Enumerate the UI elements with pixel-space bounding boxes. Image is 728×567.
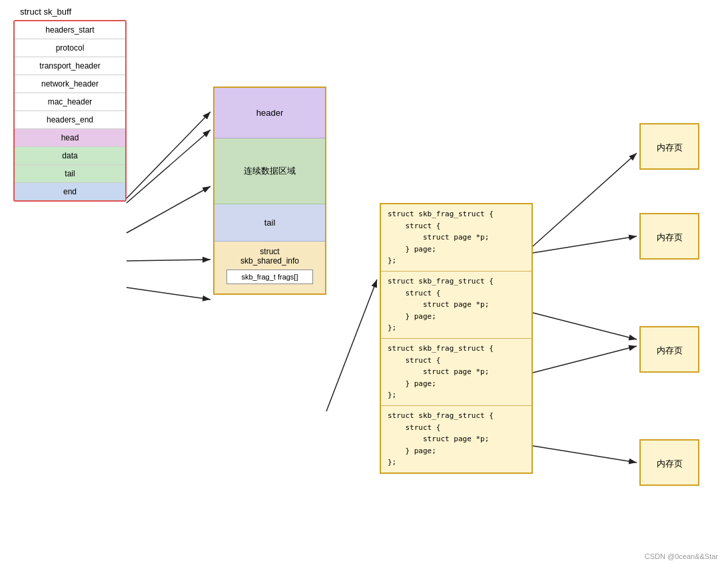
diagram-container: struct sk_buff headers_start protocol tr… [0,0,728,567]
sk-buff-row-headers-end: headers_end [15,111,125,129]
sk-buff-row-tail: tail [15,165,125,183]
cont-bottom-text: structskb_shared_info [220,247,320,266]
sk-buff-row-protocol: protocol [15,39,125,57]
svg-line-9 [533,346,637,373]
frag-struct-1: struct skb_frag_struct { struct { struct… [381,204,532,272]
sk-buff-row-headers-start: headers_start [15,21,125,39]
mem-page-3: 内存页 [639,326,699,373]
mem-page-2: 内存页 [639,213,699,260]
cont-middle: 连续数据区域 [214,138,325,204]
svg-line-4 [127,260,210,261]
cont-tail: tail [214,204,325,242]
frags-box: skb_frag_t frags[] [226,270,313,284]
continuous-block: header 连续数据区域 tail structskb_shared_info… [213,87,326,295]
svg-line-1 [127,112,210,198]
frag-struct-2: struct skb_frag_struct { struct { struct… [381,272,532,339]
svg-line-6 [326,280,377,411]
sk-buff-label: struct sk_buff [20,7,71,17]
svg-line-3 [127,186,210,233]
svg-line-11 [533,313,637,339]
sk-buff-row-network-header: network_header [15,75,125,93]
svg-line-5 [127,287,210,299]
sk-buff-row-data: data [15,147,125,165]
svg-line-10 [533,446,637,463]
frag-struct-3: struct skb_frag_struct { struct { struct… [381,339,532,406]
cont-bottom: structskb_shared_info skb_frag_t frags[] [214,242,325,293]
sk-buff-row-mac-header: mac_header [15,93,125,111]
frag-struct-4: struct skb_frag_struct { struct { struct… [381,406,532,472]
svg-line-8 [533,236,637,253]
mem-page-4: 内存页 [639,439,699,486]
svg-line-2 [127,130,210,203]
svg-line-7 [533,153,637,246]
sk-buff-outer: headers_start protocol transport_header … [13,20,127,202]
mem-page-1: 内存页 [639,123,699,170]
cont-header: header [214,88,325,138]
watermark: CSDN @0cean&&Star [645,552,718,560]
frag-panel: struct skb_frag_struct { struct { struct… [380,203,533,474]
sk-buff-row-head: head [15,129,125,147]
sk-buff-row-end: end [15,183,125,200]
sk-buff-row-transport-header: transport_header [15,57,125,75]
